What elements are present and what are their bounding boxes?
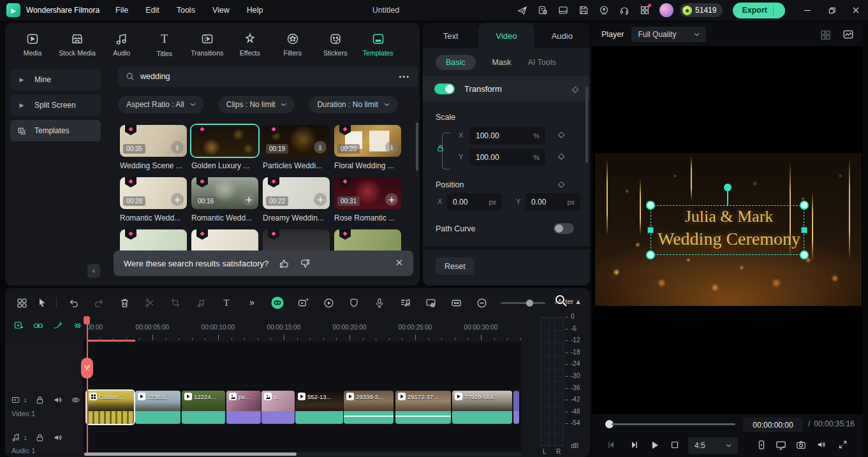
play-icon[interactable] [649,440,660,451]
export-chevron-icon[interactable] [773,6,785,15]
scale-lock-icon[interactable] [436,144,445,152]
path-curve-toggle[interactable] [554,223,574,234]
timeline-zoom-slider[interactable] [501,302,545,304]
timeline-clip[interactable]: 552-13... [295,391,343,424]
timeline-hscrollbar[interactable] [83,452,522,456]
transform-toggle[interactable] [434,83,455,94]
subtab-mask[interactable]: Mask [492,58,511,67]
subtab-basic[interactable]: Basic [436,55,476,70]
position-y-input[interactable]: 0.00 px [526,193,580,210]
mute-icon[interactable] [53,395,63,405]
tab-templates[interactable]: Templates [358,27,398,61]
filter-duration[interactable]: Duration : No limit [309,96,397,113]
add-button[interactable]: + [242,193,255,206]
filter-clips[interactable]: Clips : No limit [218,96,295,113]
template-card[interactable]: ◆Golden Luxury ... [191,125,258,170]
lock-icon[interactable] [35,395,45,405]
delete-icon[interactable] [112,298,137,308]
mute-icon[interactable] [53,433,63,442]
quick-split-button[interactable] [81,358,93,379]
more-tools-icon[interactable]: » [239,297,265,308]
split-icon[interactable] [137,298,163,308]
timeline-clip[interactable]: 12224... [182,391,225,424]
seek-bar[interactable] [612,423,735,425]
manage-tracks-icon[interactable] [11,319,26,333]
restore-icon[interactable] [823,2,840,18]
credits-badge[interactable]: ◆ 51419 [680,3,723,17]
zoom-out-icon[interactable] [469,298,494,308]
share-icon[interactable] [514,3,531,18]
tab-filters[interactable]: Filters [273,27,313,61]
timeline-ruler[interactable]: 00:0000:00:05:0000:00:10:0000:00:15:0000… [83,317,522,342]
playhead-cap[interactable] [84,316,90,324]
multi-view-icon[interactable] [820,29,831,40]
minimize-icon[interactable] [799,2,816,18]
timeline-clip[interactable]: p... [261,391,295,424]
tab-stickers[interactable]: Stickers [316,27,355,61]
auto-ripple-icon[interactable] [443,298,469,308]
more-options-icon[interactable]: ••• [399,73,410,80]
hscrollbar-thumb[interactable] [84,453,297,456]
tab-stock-media[interactable]: Stock Media [55,27,99,61]
timeline-clip[interactable]: 29172-37... [395,391,451,424]
undo-icon[interactable] [61,298,86,308]
playhead[interactable] [87,317,88,453]
tab-text[interactable]: Text [423,23,478,48]
menu-file[interactable]: File [115,6,128,15]
thumbs-down-icon[interactable] [300,258,311,269]
transform-keyframe-icon[interactable]: ◇ [572,84,578,94]
template-card[interactable]: ◆00:28+Romantic Wedd... [120,177,187,222]
scale-x-input[interactable]: 100.00 % [470,127,545,144]
tab-audio[interactable]: Audio [102,27,142,61]
tab-audio[interactable]: Audio [534,23,590,48]
feedback-close-icon[interactable] [395,258,403,268]
scopes-icon[interactable] [842,29,854,40]
aspect-ratio-dropdown[interactable]: 4:5 [688,437,738,454]
record-icon[interactable] [290,298,316,308]
close-icon[interactable] [848,2,864,18]
download-button[interactable] [314,141,327,154]
mask-icon[interactable] [341,298,367,308]
video-frame[interactable]: Julia & Mark Wedding Ceremony [595,153,862,306]
template-card[interactable]: ◆00:20Floral Wedding ... [334,125,401,170]
resize-handle-mid-left[interactable] [648,228,654,233]
previous-frame-icon[interactable] [607,440,617,450]
add-button[interactable]: + [385,193,398,206]
user-avatar[interactable] [659,3,673,17]
sidebar-collapse-button[interactable]: ‹ [87,264,100,278]
subtab-ai-tools[interactable]: AI Tools [527,58,555,67]
link-clips-icon[interactable] [31,319,45,333]
selection-bounding-box[interactable] [651,205,804,255]
add-button[interactable]: + [314,193,327,206]
menu-edit[interactable]: Edit [145,6,159,15]
resize-handle-bottom-left[interactable] [646,250,655,259]
scale-y-keyframe-icon[interactable]: ◇ [558,151,564,161]
timeline-clip[interactable]: pe... [226,391,261,424]
layout-grid-icon[interactable] [11,298,32,308]
tab-effects[interactable]: Effects [230,27,270,61]
apps-icon[interactable] [636,3,653,18]
render-preview-icon[interactable] [418,298,443,308]
hide-icon[interactable] [71,395,80,405]
save-icon[interactable] [575,3,592,18]
support-icon[interactable] [616,3,633,18]
ripple-edit-icon[interactable] [51,319,65,333]
text-tool-icon[interactable]: T [214,298,239,308]
next-frame-icon[interactable] [629,440,639,450]
menu-help[interactable]: Help [247,6,263,15]
position-x-input[interactable]: 0.00 px [447,193,502,210]
speed-icon[interactable] [316,298,341,308]
search-input[interactable]: wedding ••• [118,66,418,87]
timeline-clip[interactable]: Golden... [87,391,134,424]
voiceover-icon[interactable] [367,298,392,308]
menu-tools[interactable]: Tools [177,6,195,15]
scale-x-keyframe-icon[interactable]: ◇ [558,129,564,139]
template-card[interactable]: ◆00:19Particles Weddi... [263,125,330,170]
timeline-clip[interactable]: 29338-3... [344,391,394,424]
template-card[interactable]: ◆00:35Wedding Scene ... [120,125,187,170]
export-button[interactable]: Export [733,3,785,18]
template-card[interactable]: ◆00:31+Rose Romantic ... [334,177,401,222]
snapshot-icon[interactable] [796,440,806,450]
menu-view[interactable]: View [212,6,230,15]
media-scrollbar[interactable] [416,122,418,171]
